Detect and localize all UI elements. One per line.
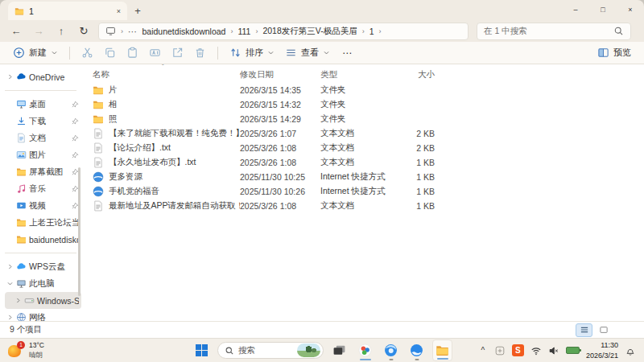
breadcrumb-item[interactable]: 2018发行第三V-极品美眉 [262,26,357,37]
delete-button[interactable] [189,43,211,63]
battery-icon[interactable] [566,347,580,354]
pin-icon [71,134,79,142]
sidebar-item[interactable]: 下载 [5,113,81,130]
column-header[interactable]: 类型 [320,69,394,80]
new-button[interactable]: 新建 [8,43,63,63]
refresh-button[interactable]: ↻ [72,25,95,37]
sidebar-item[interactable]: 视频 [5,197,81,214]
file-row[interactable]: 【论坛介绍】.txt2025/3/26 1:08文本文档2 KB [93,141,644,155]
breadcrumb-item[interactable]: baidunetdiskdownload [142,27,226,36]
details-view-button[interactable] [576,323,592,337]
rename-button[interactable] [144,43,166,63]
start-button[interactable] [192,339,212,361]
back-button[interactable]: ← [5,25,27,37]
sidebar-item[interactable]: Windows-SSD [5,292,81,309]
close-button[interactable]: × [617,0,644,19]
new-tab-button[interactable]: + [127,2,148,20]
sidebar-item-label: baidunetdiskdownload [29,235,79,245]
taskbar-search[interactable]: 搜索 [217,342,324,359]
preview-toggle-button[interactable]: 预览 [592,43,636,63]
download-icon [16,116,27,126]
tri-circle-app-icon [358,343,372,357]
tab-folder-icon [14,6,24,16]
sidebar-item[interactable]: 文档 [5,130,81,146]
up-button[interactable]: ↑ [50,25,72,37]
app-icon-browser-swirl[interactable] [381,339,401,361]
weather-widget[interactable]: 1 13°C 晴朗 [0,341,44,359]
minimize-button[interactable]: – [562,0,589,19]
sidebar-item[interactable]: OneDrive [5,68,81,85]
paste-button[interactable] [122,43,143,63]
column-header[interactable]: 修改日期 [240,69,320,80]
doc-icon [16,133,27,143]
chevron-right-icon[interactable] [6,73,14,80]
search-input[interactable]: 在 1 中搜索 [477,23,631,40]
pin-icon [71,101,79,109]
chevron-down-icon[interactable] [6,280,14,287]
explorer-tab[interactable]: 1 × [8,2,127,20]
hidden-icons-chevron[interactable]: ^ [478,346,488,355]
taskbar-clock[interactable]: 11:30 2026/3/21 [586,340,618,360]
search-highlight-image[interactable] [297,343,320,357]
file-size: 2 KB [394,129,435,138]
forward-button[interactable]: → [27,25,50,37]
pin-icon [71,117,79,125]
file-row[interactable]: 相2026/3/15 14:32文件夹 [93,97,644,112]
file-name: 【来了就能下载和观看！纯免费！】.txt [109,128,240,139]
sidebar-item[interactable]: 屏幕截图 [5,163,81,180]
sidebar-item[interactable]: 上老王论坛当老三 [5,214,81,231]
chevron-right-icon[interactable] [6,263,14,270]
file-row[interactable]: 片2026/3/15 14:35文件夹 [93,83,644,97]
app-icon-circles[interactable] [355,339,375,361]
sidebar-item[interactable]: 图片 [5,146,81,163]
wifi-icon[interactable] [530,345,542,356]
sidebar-item[interactable]: 音乐 [5,180,81,197]
sort-button[interactable]: 排序 [225,43,279,63]
share-button[interactable] [167,43,188,63]
sidebar-item[interactable]: 此电脑 [5,275,81,292]
maximize-button[interactable]: □ [589,0,617,19]
file-explorer-taskbar-icon[interactable] [432,339,452,361]
task-view-button[interactable] [329,339,349,361]
view-button[interactable]: 查看 [280,43,335,63]
file-name-cell: 手机党的福音 [93,186,240,197]
copy-icon [104,47,116,59]
tray-app-icon[interactable] [494,345,506,356]
cut-button[interactable] [76,43,98,63]
file-name: 手机党的福音 [109,186,159,197]
window-controls: – □ × [562,0,644,19]
address-bar[interactable]: ›⋯baidunetdiskdownload›111›2018发行第三V-极品美… [98,23,469,40]
input-method-icon[interactable]: S [512,344,524,356]
file-row[interactable]: 更多资源2025/11/30 10:25Internet 快捷方式1 KB [93,170,644,184]
file-row[interactable]: 手机党的福音2025/11/30 10:26Internet 快捷方式1 KB [93,184,644,199]
tab-close-icon[interactable]: × [117,7,121,15]
file-row[interactable]: 【永久地址发布页】.txt2025/3/26 1:08文本文档1 KB [93,155,644,170]
sidebar-item[interactable]: WPS云盘 [5,258,81,275]
breadcrumb-ellipsis[interactable]: ⋯ [128,27,138,36]
chevron-right-icon[interactable] [6,314,14,321]
pictures-icon [16,150,27,160]
app-icon-browser-blue[interactable] [407,339,427,361]
breadcrumb-item[interactable]: 1 [369,27,374,36]
file-row[interactable]: 最新地址及APP请发邮箱自动获取！！！.txt2025/3/26 1:08文本文… [93,199,644,213]
file-row[interactable]: 照2026/3/15 14:29文件夹 [93,112,644,126]
sidebar-item[interactable]: baidunetdiskdownload [5,231,81,248]
large-icons-view-button[interactable] [595,323,612,337]
cut-icon [81,47,93,59]
chevron-right-icon[interactable] [14,297,22,304]
chevron-right-icon: › [362,27,365,35]
column-header[interactable]: 大小 [394,69,435,80]
more-options-button[interactable]: ⋯ [336,43,359,63]
column-header-label: 类型 [320,69,337,79]
sidebar-scrollbar[interactable] [78,167,80,296]
copy-button[interactable] [99,43,121,63]
sidebar-item[interactable]: 网络 [5,309,81,321]
column-header[interactable]: 名称ˆ [93,69,240,80]
file-row[interactable]: 【来了就能下载和观看！纯免费！】.txt2025/3/26 1:07文本文档2 … [93,126,644,141]
notification-bell-icon[interactable] [625,345,636,356]
task-view-icon [332,343,346,357]
breadcrumb-item[interactable]: 111 [237,27,250,36]
preview-button-label: 预览 [613,47,631,59]
sidebar-item[interactable]: 桌面 [5,96,81,113]
volume-muted-icon[interactable] [548,345,559,356]
